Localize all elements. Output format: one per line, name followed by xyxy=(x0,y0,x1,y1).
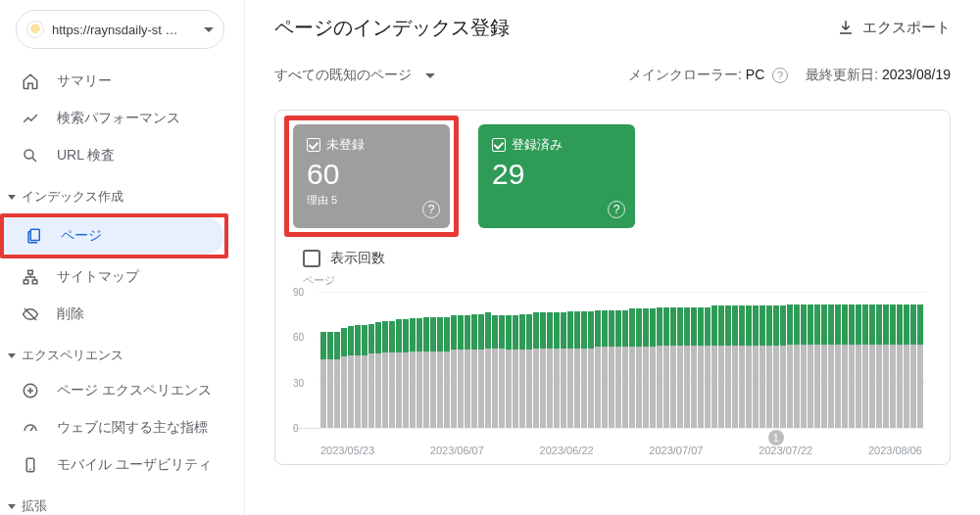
chart-bar[interactable] xyxy=(746,305,752,428)
chart-bar[interactable] xyxy=(663,307,669,428)
chart-bar[interactable] xyxy=(368,324,374,428)
sidebar-section-experience[interactable]: エクスペリエンス xyxy=(0,333,234,372)
chart-bar[interactable] xyxy=(910,304,916,428)
sidebar-item-page-experience[interactable]: ページ エクスペリエンス xyxy=(0,372,234,409)
chart-bar[interactable]: 1 xyxy=(773,305,779,428)
sidebar-section-ext[interactable]: 拡張 xyxy=(0,484,234,515)
chart-bar[interactable] xyxy=(540,312,546,428)
sidebar-item-performance[interactable]: 検索パフォーマンス xyxy=(0,100,234,137)
chart-bar[interactable] xyxy=(581,311,587,428)
chart-bar[interactable] xyxy=(904,304,909,428)
chart-bar[interactable] xyxy=(725,305,731,428)
chart-bar[interactable] xyxy=(416,318,422,428)
chart-bar[interactable] xyxy=(705,307,710,428)
chart-bar[interactable] xyxy=(362,325,368,428)
chart-bar[interactable] xyxy=(787,304,793,428)
impressions-toggle[interactable]: 表示回数 xyxy=(303,250,950,267)
chart-bar[interactable] xyxy=(814,304,820,428)
help-icon[interactable]: ? xyxy=(772,68,788,83)
chart-bar[interactable] xyxy=(444,317,450,428)
chart-bar[interactable] xyxy=(711,305,717,428)
chart-bar[interactable] xyxy=(410,318,416,428)
chart-bar[interactable] xyxy=(430,317,436,428)
chart-bar[interactable] xyxy=(396,319,402,428)
chart-bar[interactable] xyxy=(485,312,491,428)
chart-bar[interactable] xyxy=(842,304,848,428)
chart-bar[interactable] xyxy=(794,304,800,428)
chart-bar[interactable] xyxy=(533,312,539,428)
export-button[interactable]: エクスポート xyxy=(837,19,951,37)
chart-bar[interactable] xyxy=(917,304,923,428)
chart-bar[interactable] xyxy=(334,332,340,428)
chart-bar[interactable] xyxy=(574,311,580,428)
chart-annotation[interactable]: 1 xyxy=(768,430,784,445)
chart-bar[interactable] xyxy=(657,307,662,428)
chart-bar[interactable] xyxy=(684,307,690,428)
chart-bar[interactable] xyxy=(622,310,628,428)
chart-bar[interactable] xyxy=(465,315,470,428)
chart-bar[interactable] xyxy=(856,304,861,428)
chart-bar[interactable] xyxy=(602,310,608,428)
chart-bar[interactable] xyxy=(643,308,649,428)
tile-indexed[interactable]: 登録済み 29 ? xyxy=(478,124,635,228)
sidebar-section-indexing[interactable]: インデックス作成 xyxy=(0,174,234,213)
site-picker[interactable]: https://raynsdaily-st … xyxy=(16,10,224,49)
chart-bar[interactable] xyxy=(869,304,875,428)
chart-bar[interactable] xyxy=(588,311,594,428)
chart-bar[interactable] xyxy=(478,314,484,428)
chart-bar[interactable] xyxy=(526,314,532,428)
chart-bar[interactable] xyxy=(341,328,347,428)
chart-bar[interactable] xyxy=(355,325,361,428)
chart-bar[interactable] xyxy=(732,305,738,428)
chart-bar[interactable] xyxy=(437,317,443,428)
chart-bar[interactable] xyxy=(554,312,560,428)
chart-bar[interactable] xyxy=(890,304,896,428)
chart-bar[interactable] xyxy=(403,319,409,428)
tile-not-indexed[interactable]: 未登録 60 理由 5 ? xyxy=(293,124,450,228)
sidebar-item-summary[interactable]: サマリー xyxy=(0,63,234,100)
chart-bar[interactable] xyxy=(382,321,388,428)
chart-bar[interactable] xyxy=(492,315,498,428)
tile-checkbox[interactable]: 未登録 xyxy=(307,136,436,154)
chart-bar[interactable] xyxy=(801,304,807,428)
chart-bar[interactable] xyxy=(698,307,704,428)
chart-bar[interactable] xyxy=(691,307,697,428)
chart-bar[interactable] xyxy=(375,322,381,428)
chart-bar[interactable] xyxy=(615,310,621,428)
chart-bar[interactable] xyxy=(753,305,759,428)
chart-bar[interactable] xyxy=(862,304,868,428)
chart-bar[interactable] xyxy=(897,304,903,428)
chart-bar[interactable] xyxy=(835,304,841,428)
chart-bar[interactable] xyxy=(670,307,676,428)
chart-bar[interactable] xyxy=(849,304,855,428)
chart-bar[interactable] xyxy=(567,311,573,428)
chart-bar[interactable] xyxy=(547,312,553,428)
chart-bar[interactable] xyxy=(650,308,656,428)
chart-bar[interactable] xyxy=(458,315,464,428)
chart-bar[interactable] xyxy=(561,312,566,428)
sidebar-item-removal[interactable]: 削除 xyxy=(0,296,234,333)
chart-bar[interactable] xyxy=(828,304,834,428)
chart-bar[interactable] xyxy=(595,310,601,428)
chart-bar[interactable] xyxy=(327,332,333,428)
chart-bar[interactable] xyxy=(636,308,642,428)
chart-bar[interactable] xyxy=(609,310,614,428)
help-icon[interactable]: ? xyxy=(608,201,625,218)
chart-bar[interactable] xyxy=(320,332,326,428)
chart-bar[interactable] xyxy=(780,305,786,428)
sidebar-item-sitemap[interactable]: サイトマップ xyxy=(0,258,234,296)
chart-bar[interactable] xyxy=(766,305,772,428)
chart-bar[interactable] xyxy=(423,317,429,428)
help-icon[interactable]: ? xyxy=(422,201,440,218)
chart-bar[interactable] xyxy=(519,314,525,428)
sidebar-item-cwv[interactable]: ウェブに関する主な指標 xyxy=(0,409,234,446)
chart-bar[interactable] xyxy=(883,304,889,428)
chart-bar[interactable] xyxy=(677,307,683,428)
chart-bar[interactable] xyxy=(471,314,477,428)
chart-bar[interactable] xyxy=(389,321,395,428)
chart-bar[interactable] xyxy=(876,304,882,428)
chart-bar[interactable] xyxy=(760,305,765,428)
chart-bar[interactable] xyxy=(718,305,724,428)
chart-bar[interactable] xyxy=(739,305,745,428)
chart-bar[interactable] xyxy=(629,308,635,428)
